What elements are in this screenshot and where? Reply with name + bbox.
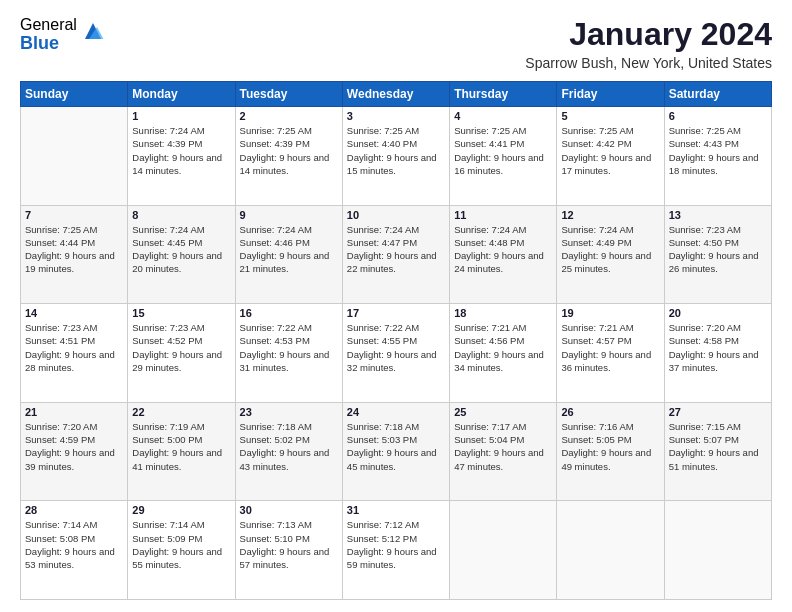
day-info: Sunrise: 7:19 AM Sunset: 5:00 PM Dayligh… bbox=[132, 420, 230, 473]
day-number: 7 bbox=[25, 209, 123, 221]
col-friday: Friday bbox=[557, 82, 664, 107]
table-row: 15Sunrise: 7:23 AM Sunset: 4:52 PM Dayli… bbox=[128, 304, 235, 403]
day-number: 15 bbox=[132, 307, 230, 319]
table-row: 14Sunrise: 7:23 AM Sunset: 4:51 PM Dayli… bbox=[21, 304, 128, 403]
table-row: 24Sunrise: 7:18 AM Sunset: 5:03 PM Dayli… bbox=[342, 402, 449, 501]
table-row bbox=[557, 501, 664, 600]
calendar-week-5: 28Sunrise: 7:14 AM Sunset: 5:08 PM Dayli… bbox=[21, 501, 772, 600]
day-number: 2 bbox=[240, 110, 338, 122]
day-info: Sunrise: 7:14 AM Sunset: 5:09 PM Dayligh… bbox=[132, 518, 230, 571]
calendar-week-2: 7Sunrise: 7:25 AM Sunset: 4:44 PM Daylig… bbox=[21, 205, 772, 304]
logo: General Blue bbox=[20, 16, 105, 53]
table-row: 22Sunrise: 7:19 AM Sunset: 5:00 PM Dayli… bbox=[128, 402, 235, 501]
col-monday: Monday bbox=[128, 82, 235, 107]
table-row: 11Sunrise: 7:24 AM Sunset: 4:48 PM Dayli… bbox=[450, 205, 557, 304]
day-info: Sunrise: 7:25 AM Sunset: 4:41 PM Dayligh… bbox=[454, 124, 552, 177]
table-row: 8Sunrise: 7:24 AM Sunset: 4:45 PM Daylig… bbox=[128, 205, 235, 304]
day-info: Sunrise: 7:23 AM Sunset: 4:51 PM Dayligh… bbox=[25, 321, 123, 374]
table-row: 17Sunrise: 7:22 AM Sunset: 4:55 PM Dayli… bbox=[342, 304, 449, 403]
table-row: 31Sunrise: 7:12 AM Sunset: 5:12 PM Dayli… bbox=[342, 501, 449, 600]
day-info: Sunrise: 7:20 AM Sunset: 4:59 PM Dayligh… bbox=[25, 420, 123, 473]
table-row bbox=[450, 501, 557, 600]
day-info: Sunrise: 7:13 AM Sunset: 5:10 PM Dayligh… bbox=[240, 518, 338, 571]
day-number: 19 bbox=[561, 307, 659, 319]
day-info: Sunrise: 7:23 AM Sunset: 4:50 PM Dayligh… bbox=[669, 223, 767, 276]
day-number: 29 bbox=[132, 504, 230, 516]
day-info: Sunrise: 7:24 AM Sunset: 4:39 PM Dayligh… bbox=[132, 124, 230, 177]
day-info: Sunrise: 7:22 AM Sunset: 4:55 PM Dayligh… bbox=[347, 321, 445, 374]
day-number: 10 bbox=[347, 209, 445, 221]
table-row: 25Sunrise: 7:17 AM Sunset: 5:04 PM Dayli… bbox=[450, 402, 557, 501]
day-number: 6 bbox=[669, 110, 767, 122]
table-row: 3Sunrise: 7:25 AM Sunset: 4:40 PM Daylig… bbox=[342, 107, 449, 206]
table-row: 27Sunrise: 7:15 AM Sunset: 5:07 PM Dayli… bbox=[664, 402, 771, 501]
table-row: 13Sunrise: 7:23 AM Sunset: 4:50 PM Dayli… bbox=[664, 205, 771, 304]
day-info: Sunrise: 7:12 AM Sunset: 5:12 PM Dayligh… bbox=[347, 518, 445, 571]
day-number: 20 bbox=[669, 307, 767, 319]
table-row: 4Sunrise: 7:25 AM Sunset: 4:41 PM Daylig… bbox=[450, 107, 557, 206]
table-row: 7Sunrise: 7:25 AM Sunset: 4:44 PM Daylig… bbox=[21, 205, 128, 304]
table-row: 23Sunrise: 7:18 AM Sunset: 5:02 PM Dayli… bbox=[235, 402, 342, 501]
table-row: 26Sunrise: 7:16 AM Sunset: 5:05 PM Dayli… bbox=[557, 402, 664, 501]
day-info: Sunrise: 7:24 AM Sunset: 4:46 PM Dayligh… bbox=[240, 223, 338, 276]
table-row bbox=[21, 107, 128, 206]
table-row: 5Sunrise: 7:25 AM Sunset: 4:42 PM Daylig… bbox=[557, 107, 664, 206]
day-info: Sunrise: 7:25 AM Sunset: 4:43 PM Dayligh… bbox=[669, 124, 767, 177]
day-info: Sunrise: 7:17 AM Sunset: 5:04 PM Dayligh… bbox=[454, 420, 552, 473]
day-number: 1 bbox=[132, 110, 230, 122]
col-thursday: Thursday bbox=[450, 82, 557, 107]
day-info: Sunrise: 7:25 AM Sunset: 4:39 PM Dayligh… bbox=[240, 124, 338, 177]
day-info: Sunrise: 7:24 AM Sunset: 4:45 PM Dayligh… bbox=[132, 223, 230, 276]
table-row: 2Sunrise: 7:25 AM Sunset: 4:39 PM Daylig… bbox=[235, 107, 342, 206]
table-row: 9Sunrise: 7:24 AM Sunset: 4:46 PM Daylig… bbox=[235, 205, 342, 304]
day-info: Sunrise: 7:16 AM Sunset: 5:05 PM Dayligh… bbox=[561, 420, 659, 473]
day-info: Sunrise: 7:25 AM Sunset: 4:44 PM Dayligh… bbox=[25, 223, 123, 276]
table-row: 29Sunrise: 7:14 AM Sunset: 5:09 PM Dayli… bbox=[128, 501, 235, 600]
table-row: 30Sunrise: 7:13 AM Sunset: 5:10 PM Dayli… bbox=[235, 501, 342, 600]
day-info: Sunrise: 7:20 AM Sunset: 4:58 PM Dayligh… bbox=[669, 321, 767, 374]
day-info: Sunrise: 7:24 AM Sunset: 4:48 PM Dayligh… bbox=[454, 223, 552, 276]
table-row: 12Sunrise: 7:24 AM Sunset: 4:49 PM Dayli… bbox=[557, 205, 664, 304]
table-row bbox=[664, 501, 771, 600]
title-block: January 2024 Sparrow Bush, New York, Uni… bbox=[525, 16, 772, 71]
table-row: 18Sunrise: 7:21 AM Sunset: 4:56 PM Dayli… bbox=[450, 304, 557, 403]
day-info: Sunrise: 7:21 AM Sunset: 4:57 PM Dayligh… bbox=[561, 321, 659, 374]
col-sunday: Sunday bbox=[21, 82, 128, 107]
day-number: 4 bbox=[454, 110, 552, 122]
calendar-table: Sunday Monday Tuesday Wednesday Thursday… bbox=[20, 81, 772, 600]
day-number: 18 bbox=[454, 307, 552, 319]
table-row: 28Sunrise: 7:14 AM Sunset: 5:08 PM Dayli… bbox=[21, 501, 128, 600]
calendar-week-4: 21Sunrise: 7:20 AM Sunset: 4:59 PM Dayli… bbox=[21, 402, 772, 501]
day-info: Sunrise: 7:15 AM Sunset: 5:07 PM Dayligh… bbox=[669, 420, 767, 473]
day-number: 22 bbox=[132, 406, 230, 418]
table-row: 16Sunrise: 7:22 AM Sunset: 4:53 PM Dayli… bbox=[235, 304, 342, 403]
day-info: Sunrise: 7:21 AM Sunset: 4:56 PM Dayligh… bbox=[454, 321, 552, 374]
day-number: 26 bbox=[561, 406, 659, 418]
day-info: Sunrise: 7:25 AM Sunset: 4:40 PM Dayligh… bbox=[347, 124, 445, 177]
day-info: Sunrise: 7:25 AM Sunset: 4:42 PM Dayligh… bbox=[561, 124, 659, 177]
table-row: 20Sunrise: 7:20 AM Sunset: 4:58 PM Dayli… bbox=[664, 304, 771, 403]
day-number: 30 bbox=[240, 504, 338, 516]
table-row: 6Sunrise: 7:25 AM Sunset: 4:43 PM Daylig… bbox=[664, 107, 771, 206]
calendar-week-1: 1Sunrise: 7:24 AM Sunset: 4:39 PM Daylig… bbox=[21, 107, 772, 206]
day-number: 16 bbox=[240, 307, 338, 319]
col-wednesday: Wednesday bbox=[342, 82, 449, 107]
table-row: 19Sunrise: 7:21 AM Sunset: 4:57 PM Dayli… bbox=[557, 304, 664, 403]
day-number: 9 bbox=[240, 209, 338, 221]
day-number: 21 bbox=[25, 406, 123, 418]
day-number: 11 bbox=[454, 209, 552, 221]
logo-blue: Blue bbox=[20, 34, 77, 54]
day-number: 31 bbox=[347, 504, 445, 516]
logo-text: General Blue bbox=[20, 16, 77, 53]
col-tuesday: Tuesday bbox=[235, 82, 342, 107]
day-number: 3 bbox=[347, 110, 445, 122]
day-info: Sunrise: 7:18 AM Sunset: 5:03 PM Dayligh… bbox=[347, 420, 445, 473]
day-number: 5 bbox=[561, 110, 659, 122]
day-number: 8 bbox=[132, 209, 230, 221]
day-number: 14 bbox=[25, 307, 123, 319]
calendar-week-3: 14Sunrise: 7:23 AM Sunset: 4:51 PM Dayli… bbox=[21, 304, 772, 403]
day-number: 28 bbox=[25, 504, 123, 516]
day-info: Sunrise: 7:18 AM Sunset: 5:02 PM Dayligh… bbox=[240, 420, 338, 473]
day-number: 12 bbox=[561, 209, 659, 221]
table-row: 10Sunrise: 7:24 AM Sunset: 4:47 PM Dayli… bbox=[342, 205, 449, 304]
